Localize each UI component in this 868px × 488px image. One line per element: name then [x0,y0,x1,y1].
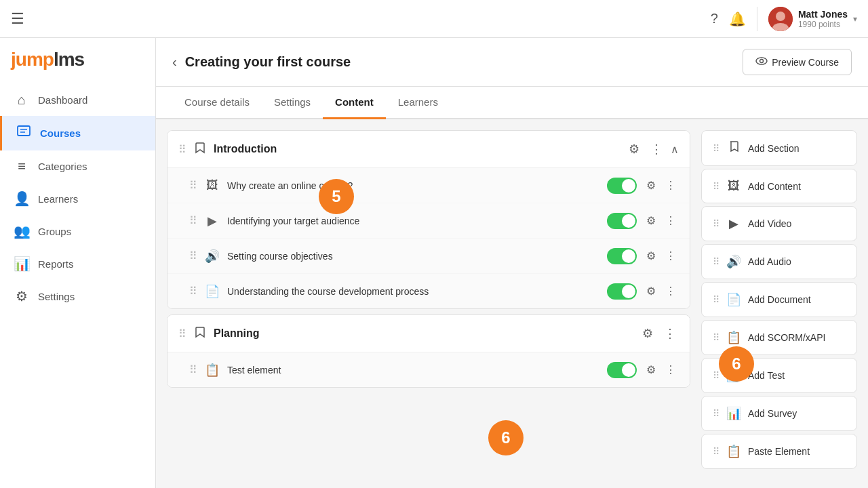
more-icon-item5[interactable]: ⋮ [663,361,679,379]
page-title: Creating your first course [185,54,351,70]
sidebar-item-dashboard[interactable]: ⌂ Dashboard [0,84,155,116]
list-item: ⠿ 🔊 Setting course objectives ⚙ ⋮ [167,239,690,274]
topbar-right: ? 🔔 Matt Jones 1990 points ▾ [711,7,857,31]
drag-handle-item4[interactable]: ⠿ [189,285,197,298]
gear-icon-planning[interactable]: ⚙ [639,323,656,344]
image-icon: 🖼 [204,178,220,192]
add-scorm-button[interactable]: ⠿ 📋 Add SCORM/xAPI [701,320,857,355]
preview-course-button[interactable]: Preview Course [743,49,852,75]
paste-element-button[interactable]: ⠿ 📋 Paste Element [701,434,857,469]
item1-toggle[interactable] [607,178,637,194]
audio-icon: 🔊 [204,249,220,264]
page-header-left: ‹ Creating your first course [172,54,351,70]
settings-icon: ⚙ [14,288,30,304]
more-icon-item2[interactable]: ⋮ [663,211,679,230]
logo: jump lms [0,49,155,84]
learners-icon: 👤 [14,190,30,207]
user-info: Matt Jones 1990 points [798,9,848,29]
sidebar: jump lms ⌂ Dashboard Courses ≡ Categorie… [0,38,156,488]
drag-handle-item2[interactable]: ⠿ [189,214,197,227]
reports-icon: 📊 [14,256,30,272]
sidebar-item-groups[interactable]: 👥 Groups [0,215,155,247]
document-icon-panel: 📄 [726,292,741,307]
sidebar-item-label: Courses [40,127,81,139]
add-document-button[interactable]: ⠿ 📄 Add Document [701,282,857,317]
layout: jump lms ⌂ Dashboard Courses ≡ Categorie… [0,38,868,488]
hamburger-icon[interactable]: ☰ [11,10,24,28]
sidebar-item-courses[interactable]: Courses [0,116,155,150]
item2-title: Identifying your target audience [227,216,600,226]
more-icon-introduction[interactable]: ⋮ [648,139,665,159]
drag-handle-planning[interactable]: ⠿ [178,327,186,340]
add-audio-label: Add Audio [748,256,846,267]
sidebar-item-categories[interactable]: ≡ Categories [0,150,155,182]
bell-icon[interactable]: 🔔 [729,11,746,27]
add-video-button[interactable]: ⠿ ▶ Add Video [701,206,857,241]
sidebar-item-reports[interactable]: 📊 Reports [0,247,155,280]
more-icon-item4[interactable]: ⋮ [663,282,679,300]
play-icon-panel: ▶ [726,216,741,231]
item5-actions: ⚙ ⋮ [644,361,679,379]
image-icon-panel: 🖼 [726,179,741,193]
item3-title: Setting course objectives [227,251,600,262]
item4-toggle[interactable] [607,283,637,300]
gear-icon-item4[interactable]: ⚙ [644,282,658,300]
gear-icon-item3[interactable]: ⚙ [644,247,658,265]
play-icon: ▶ [204,214,220,228]
user-area[interactable]: Matt Jones 1990 points ▾ [757,7,857,31]
drag-handle-introduction[interactable]: ⠿ [178,143,186,156]
list-item: ⠿ ▶ Identifying your target audience ⚙ ⋮ [167,203,690,239]
item3-toggle[interactable] [607,248,637,264]
tab-course-details[interactable]: Course details [172,87,262,119]
avatar [768,7,793,31]
back-button[interactable]: ‹ [172,54,177,70]
section-planning-title: Planning [214,327,633,340]
drag-icon-add-document: ⠿ [713,294,719,305]
drag-icon-paste-element: ⠿ [713,446,719,457]
add-document-label: Add Document [748,294,846,305]
drag-handle-item3[interactable]: ⠿ [189,249,197,262]
more-icon-planning[interactable]: ⋮ [661,323,679,344]
item2-toggle[interactable] [607,213,637,229]
svg-point-6 [756,58,767,64]
drag-handle-item1[interactable]: ⠿ [189,179,197,192]
gear-icon-item2[interactable]: ⚙ [644,211,658,230]
gear-icon-introduction[interactable]: ⚙ [626,139,642,159]
gear-icon-item5[interactable]: ⚙ [644,361,658,379]
drag-handle-item5[interactable]: ⠿ [189,363,197,376]
help-icon[interactable]: ? [711,11,718,26]
content-area: ⠿ Introduction ⚙ ⋮ ∧ [156,119,868,488]
test-icon: 📋 [204,363,220,378]
gear-icon-item1[interactable]: ⚙ [644,176,658,195]
list-item: ⠿ 🖼 Why create an online course? ⚙ ⋮ [167,168,690,203]
sidebar-item-label: Reports [38,258,74,270]
sidebar-item-learners[interactable]: 👤 Learners [0,182,155,215]
add-test-button[interactable]: ⠿ 📝 Add Test [701,358,857,393]
section-introduction-header: ⠿ Introduction ⚙ ⋮ ∧ [167,131,690,167]
topbar: ☰ ? 🔔 Matt Jones 1990 points ▾ [0,0,868,38]
drag-icon-add-survey: ⠿ [713,408,719,419]
collapse-introduction[interactable]: ∧ [671,143,679,156]
section-introduction: ⠿ Introduction ⚙ ⋮ ∧ [167,130,690,309]
add-content-button[interactable]: ⠿ 🖼 Add Content [701,169,857,203]
tab-content[interactable]: Content [323,87,386,119]
item5-toggle[interactable] [607,362,637,378]
tab-settings[interactable]: Settings [262,87,323,119]
more-icon-item1[interactable]: ⋮ [663,176,679,195]
course-builder: ⠿ Introduction ⚙ ⋮ ∧ [167,130,690,477]
section-introduction-actions: ⚙ ⋮ ∧ [626,139,679,159]
section-introduction-title: Introduction [214,143,619,155]
add-content-label: Add Content [748,181,846,192]
test-icon-panel: 📝 [726,368,741,383]
tab-learners[interactable]: Learners [386,87,450,119]
drag-icon-add-section: ⠿ [713,143,719,154]
item4-actions: ⚙ ⋮ [644,282,679,300]
add-audio-button[interactable]: ⠿ 🔊 Add Audio [701,244,857,279]
categories-icon: ≡ [14,159,30,174]
add-section-button[interactable]: ⠿ Add Section [701,130,857,166]
sidebar-item-settings[interactable]: ⚙ Settings [0,280,155,312]
main: ‹ Creating your first course Preview Cou… [156,38,868,488]
section-planning-actions: ⚙ ⋮ [639,323,679,344]
add-survey-button[interactable]: ⠿ 📊 Add Survey [701,396,857,431]
more-icon-item3[interactable]: ⋮ [663,247,679,265]
